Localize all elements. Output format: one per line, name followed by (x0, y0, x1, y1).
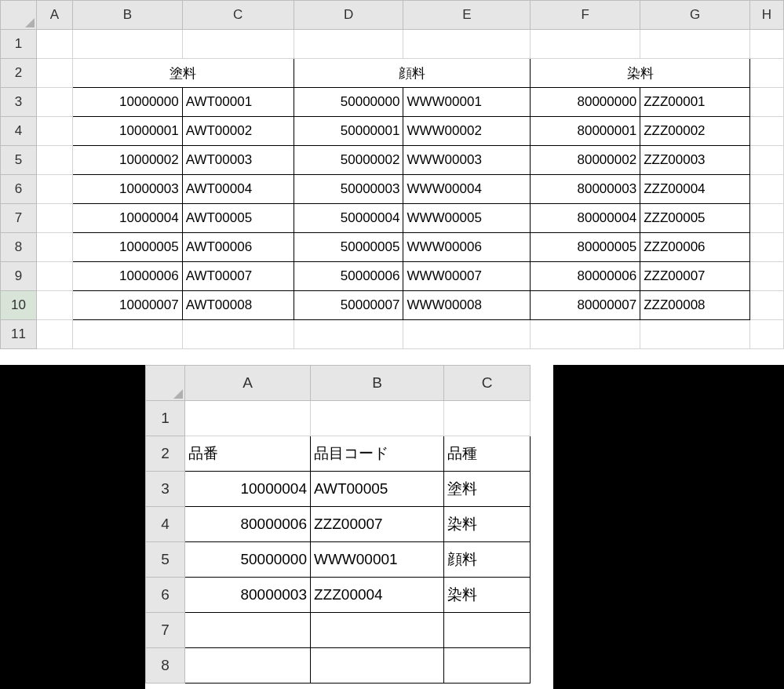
cell[interactable] (311, 648, 444, 684)
cell[interactable] (294, 320, 403, 349)
row-header-7[interactable]: 7 (146, 613, 185, 648)
header-item-code[interactable]: 品目コード (311, 436, 444, 472)
cell[interactable]: ZZZ00004 (640, 175, 750, 204)
cell[interactable]: ZZZ00005 (640, 204, 750, 233)
cell[interactable]: 80000003 (185, 578, 311, 613)
cell[interactable]: 10000003 (72, 175, 182, 204)
col-header-B[interactable]: B (72, 1, 182, 30)
row-header-7[interactable]: 7 (1, 204, 37, 233)
cell[interactable] (36, 204, 72, 233)
col-header-D[interactable]: D (294, 1, 403, 30)
cell[interactable] (749, 204, 783, 233)
cell[interactable]: 10000006 (72, 262, 182, 291)
cell[interactable] (36, 117, 72, 146)
cell[interactable]: WWW00007 (403, 262, 531, 291)
col-header-G[interactable]: G (640, 1, 750, 30)
cell[interactable] (36, 175, 72, 204)
cell[interactable]: 80000007 (531, 291, 640, 320)
col-header-A[interactable]: A (36, 1, 72, 30)
cell[interactable] (749, 262, 783, 291)
row-header-6[interactable]: 6 (1, 175, 37, 204)
cell[interactable] (403, 30, 531, 59)
cell[interactable]: WWW00001 (403, 88, 531, 117)
cell[interactable]: AWT00005 (311, 472, 444, 507)
row-header-5[interactable]: 5 (1, 146, 37, 175)
col-header-E[interactable]: E (403, 1, 531, 30)
cell[interactable]: AWT00004 (182, 175, 294, 204)
cell[interactable]: 80000006 (531, 262, 640, 291)
cell[interactable]: 50000002 (294, 146, 403, 175)
cell[interactable] (36, 30, 72, 59)
row-header-8[interactable]: 8 (146, 648, 185, 684)
cell[interactable]: ZZZ00008 (640, 291, 750, 320)
cell[interactable] (185, 648, 311, 684)
cell[interactable] (182, 320, 294, 349)
cell[interactable] (403, 320, 531, 349)
col-header-H[interactable]: H (749, 1, 783, 30)
cell[interactable]: 80000002 (531, 146, 640, 175)
row-header-1[interactable]: 1 (1, 30, 37, 59)
cell[interactable]: 50000007 (294, 291, 403, 320)
cell[interactable]: AWT00002 (182, 117, 294, 146)
cell[interactable]: ZZZ00002 (640, 117, 750, 146)
row-header-3[interactable]: 3 (146, 472, 185, 507)
cell[interactable] (36, 59, 72, 88)
group-header-3[interactable]: 染料 (531, 59, 750, 88)
header-item-number[interactable]: 品番 (185, 436, 311, 472)
cell[interactable] (311, 613, 444, 648)
cell[interactable] (185, 401, 311, 436)
group-header-2[interactable]: 顔料 (294, 59, 531, 88)
select-all-corner[interactable] (146, 366, 185, 401)
cell[interactable] (36, 320, 72, 349)
cell[interactable]: 10000000 (72, 88, 182, 117)
cell[interactable]: 80000005 (531, 233, 640, 262)
cell[interactable]: 80000000 (531, 88, 640, 117)
cell[interactable]: WWW00006 (403, 233, 531, 262)
col-header-A[interactable]: A (185, 366, 311, 401)
cell[interactable]: WWW00003 (403, 146, 531, 175)
col-header-C[interactable]: C (182, 1, 294, 30)
row-header-8[interactable]: 8 (1, 233, 37, 262)
cell[interactable] (531, 30, 640, 59)
row-header-4[interactable]: 4 (1, 117, 37, 146)
row-header-1[interactable]: 1 (146, 401, 185, 436)
cell[interactable]: WWW00004 (403, 175, 531, 204)
cell[interactable]: WWW00005 (403, 204, 531, 233)
cell[interactable]: AWT00005 (182, 204, 294, 233)
cell[interactable]: 塗料 (444, 472, 531, 507)
cell[interactable] (36, 262, 72, 291)
row-header-3[interactable]: 3 (1, 88, 37, 117)
cell[interactable]: 染料 (444, 578, 531, 613)
cell[interactable] (640, 320, 750, 349)
cell[interactable] (182, 30, 294, 59)
cell[interactable]: 80000004 (531, 204, 640, 233)
cell[interactable]: 10000001 (72, 117, 182, 146)
cell[interactable]: 10000004 (185, 472, 311, 507)
cell[interactable]: 10000002 (72, 146, 182, 175)
select-all-corner[interactable] (1, 1, 37, 30)
cell[interactable]: 染料 (444, 507, 531, 542)
row-header-5[interactable]: 5 (146, 542, 185, 578)
cell[interactable]: 50000006 (294, 262, 403, 291)
cell[interactable] (185, 613, 311, 648)
cell[interactable]: ZZZ00001 (640, 88, 750, 117)
cell[interactable] (749, 320, 783, 349)
cell[interactable] (36, 233, 72, 262)
cell[interactable]: WWW00008 (403, 291, 531, 320)
row-header-2[interactable]: 2 (146, 436, 185, 472)
cell[interactable]: 10000005 (72, 233, 182, 262)
cell[interactable] (72, 320, 182, 349)
row-header-11[interactable]: 11 (1, 320, 37, 349)
col-header-C[interactable]: C (444, 366, 531, 401)
cell[interactable]: WWW00002 (403, 117, 531, 146)
cell[interactable]: AWT00001 (182, 88, 294, 117)
cell[interactable] (749, 233, 783, 262)
cell[interactable]: AWT00008 (182, 291, 294, 320)
cell[interactable] (72, 30, 182, 59)
cell[interactable] (749, 291, 783, 320)
cell[interactable]: ZZZ00007 (311, 507, 444, 542)
cell[interactable] (444, 613, 531, 648)
cell[interactable]: 10000007 (72, 291, 182, 320)
cell[interactable] (294, 30, 403, 59)
cell[interactable]: 80000003 (531, 175, 640, 204)
